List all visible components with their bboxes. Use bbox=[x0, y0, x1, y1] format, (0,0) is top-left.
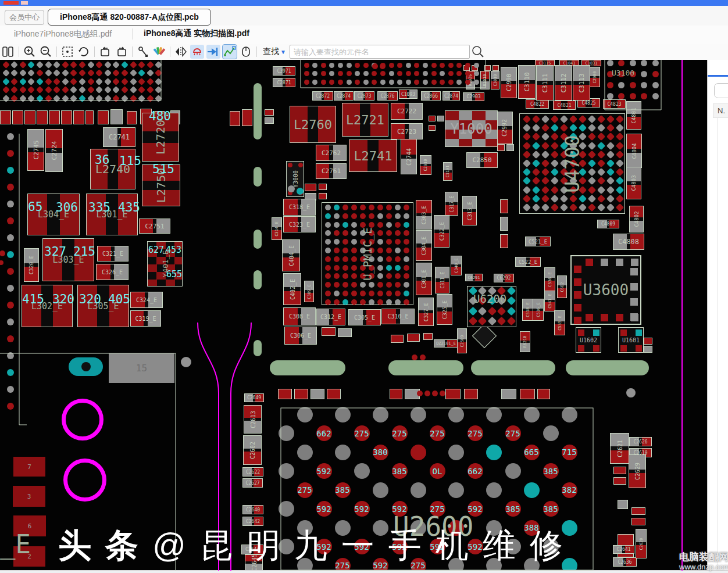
component-C2903[interactable]: C2903 bbox=[463, 92, 484, 101]
component-C308_E[interactable]: C308_E bbox=[283, 307, 316, 325]
component-C3110[interactable]: C3110 bbox=[518, 65, 536, 99]
panel-search-box[interactable] bbox=[714, 83, 728, 98]
component-C325_E[interactable]: C325_E bbox=[437, 294, 452, 325]
component-C2636[interactable]: C2636 bbox=[613, 557, 637, 567]
component-C312_E[interactable]: C312_E bbox=[316, 309, 345, 325]
component-C2629[interactable]: C2629 bbox=[629, 454, 646, 488]
component-C518_E[interactable]: C518_E bbox=[522, 299, 533, 321]
mirror-flip-icon[interactable] bbox=[174, 45, 188, 59]
search-input[interactable] bbox=[290, 45, 470, 59]
component-C327_E[interactable]: C327_E bbox=[418, 298, 434, 326]
component-C305_E[interactable]: C305_E bbox=[348, 309, 381, 325]
component-C2640[interactable]: C2640 bbox=[242, 505, 263, 514]
component-C2980[interactable]: C2980 bbox=[590, 67, 600, 87]
bga-u6200[interactable]: U6200 bbox=[467, 286, 516, 327]
find-label[interactable]: 查找 bbox=[263, 46, 279, 57]
component-C2622[interactable]: C2622 bbox=[242, 467, 263, 477]
component-C304_E[interactable]: C304_E bbox=[416, 230, 432, 261]
bga-tm[interactable] bbox=[301, 60, 486, 88]
component-C317_E[interactable]: C317_E bbox=[445, 192, 458, 216]
component-C2873[interactable]: C2873 bbox=[354, 91, 374, 101]
component-C306_E[interactable]: C306_E bbox=[284, 327, 317, 345]
component-C521_E[interactable]: C521_E bbox=[525, 237, 551, 246]
component-C2741[interactable]: C2741 bbox=[103, 127, 135, 147]
component-C3111[interactable]: C3111 bbox=[536, 65, 554, 101]
component-C4804[interactable]: C4804 bbox=[626, 134, 642, 168]
component-C2872[interactable]: C2872 bbox=[312, 91, 333, 101]
rotate-right-icon[interactable] bbox=[115, 45, 129, 59]
component-C522_E[interactable]: C522_E bbox=[515, 257, 541, 267]
component-C2876[interactable]: C2876 bbox=[377, 91, 398, 101]
component-C314_E[interactable]: C314_E bbox=[272, 217, 282, 240]
component-C2626[interactable]: C2626 bbox=[629, 437, 652, 446]
probe-tool-icon[interactable] bbox=[136, 45, 150, 59]
component-C2649[interactable]: C2649 bbox=[244, 393, 264, 402]
component-C541_E[interactable]: C541_E bbox=[544, 291, 555, 311]
component-C2722[interactable]: C2722 bbox=[391, 103, 423, 120]
member-center-button[interactable]: 会员中心 bbox=[5, 10, 44, 25]
component-C4822[interactable]: C4822 bbox=[526, 99, 549, 109]
component-C322_E[interactable]: C322_E bbox=[434, 215, 449, 248]
component-C2990[interactable]: C2990 bbox=[501, 67, 517, 98]
component-C602[interactable]: C602 bbox=[557, 275, 567, 298]
diode-step-icon[interactable] bbox=[206, 45, 220, 59]
component-C3113[interactable]: C3113 bbox=[573, 65, 590, 101]
component-C2871[interactable]: C2871 bbox=[273, 78, 295, 87]
component-C404_E[interactable]: C404_E bbox=[282, 239, 300, 271]
component-C2745[interactable]: C2745 bbox=[27, 129, 44, 171]
component-C340_E[interactable]: C340_E bbox=[451, 256, 462, 275]
component-C324_E[interactable]: C324_E bbox=[130, 292, 163, 308]
component-C2723[interactable]: C2723 bbox=[391, 123, 423, 139]
component-L301_E[interactable]: L301_E bbox=[86, 194, 138, 235]
component-C2613[interactable]: C2613 bbox=[244, 405, 262, 434]
component-C319_E[interactable]: C319_E bbox=[130, 310, 161, 327]
component-diamond[interactable] bbox=[472, 324, 497, 348]
zoom-in-icon[interactable] bbox=[23, 45, 37, 59]
component-C2874[interactable]: C2874 bbox=[442, 91, 460, 101]
component-C6292[interactable]: C6292 bbox=[494, 274, 514, 282]
component-C2620[interactable]: C2620 bbox=[636, 529, 647, 558]
component-C516_E[interactable]: C516_E bbox=[533, 299, 544, 321]
component-C301_E[interactable]: C301_E bbox=[416, 263, 432, 295]
component-C3010[interactable]: C3010 bbox=[491, 71, 499, 89]
component-C2874[interactable]: C2874 bbox=[334, 91, 354, 101]
chevron-down-icon[interactable]: ▼ bbox=[280, 49, 286, 55]
component-C2866[interactable]: C2866 bbox=[421, 91, 441, 101]
component-U1601[interactable]: U1601 bbox=[618, 327, 644, 353]
component-C4802[interactable]: C4802 bbox=[629, 206, 644, 232]
component-C1093[interactable]: C1093 bbox=[399, 89, 417, 99]
component-U1602[interactable]: U1602 bbox=[576, 327, 601, 353]
zoom-out-icon[interactable] bbox=[39, 45, 53, 59]
tab-scan-pdf[interactable]: iPhone8高通 实物扫描图.pdf bbox=[144, 28, 249, 39]
component-C313_E[interactable]: C313_E bbox=[462, 196, 477, 225]
component-L2721[interactable]: L2721 bbox=[342, 103, 388, 137]
component-DZ2101_E[interactable]: DZ2101_E bbox=[434, 339, 458, 348]
component-C2910[interactable]: C2910 bbox=[420, 155, 431, 175]
component-C2724[interactable]: C2724 bbox=[45, 129, 63, 172]
component-C2762[interactable]: C2762 bbox=[316, 145, 347, 161]
component-C1191[interactable]: C1191 bbox=[443, 162, 452, 181]
component-C3971[interactable]: C3971 bbox=[273, 66, 295, 76]
component-U3600[interactable]: U3600 bbox=[570, 255, 641, 325]
component-C4803[interactable]: C4803 bbox=[626, 167, 641, 199]
tab-inductor-pdf[interactable]: iPhone7iPhone8电感组.pdf bbox=[14, 29, 112, 40]
component-C402_E[interactable]: C402_E bbox=[283, 273, 301, 305]
connector-pin-3[interactable]: 3 bbox=[13, 486, 45, 507]
component-C6291[interactable]: C6291 bbox=[465, 274, 483, 281]
marquee-zoom-icon[interactable] bbox=[60, 45, 74, 59]
bga-tl[interactable] bbox=[0, 60, 162, 101]
component-C2850[interactable]: C2850 bbox=[466, 152, 498, 168]
component-R6210[interactable]: R6210 bbox=[520, 331, 530, 352]
component-C2761[interactable]: C2761 bbox=[316, 163, 347, 179]
component-C303_E[interactable]: C303_E bbox=[416, 200, 432, 230]
component-C2641[interactable]: C2641 bbox=[613, 545, 634, 554]
split-view-icon[interactable] bbox=[1, 45, 15, 59]
component-C310_E[interactable]: C310_E bbox=[381, 309, 415, 324]
mouse-icon[interactable] bbox=[239, 45, 253, 59]
bga-upmic[interactable]: U_PMIC_E bbox=[322, 202, 413, 305]
pcb-canvas[interactable]: C2741C2722C2723C2762C2761C2850C2751C321_… bbox=[0, 60, 707, 571]
component-C309_E[interactable]: C309_E bbox=[304, 281, 314, 302]
component-C2621[interactable]: C2621 bbox=[610, 433, 629, 464]
component-C323_E[interactable]: C323_E bbox=[283, 216, 316, 232]
component-C2602[interactable]: C2602 bbox=[243, 435, 262, 465]
